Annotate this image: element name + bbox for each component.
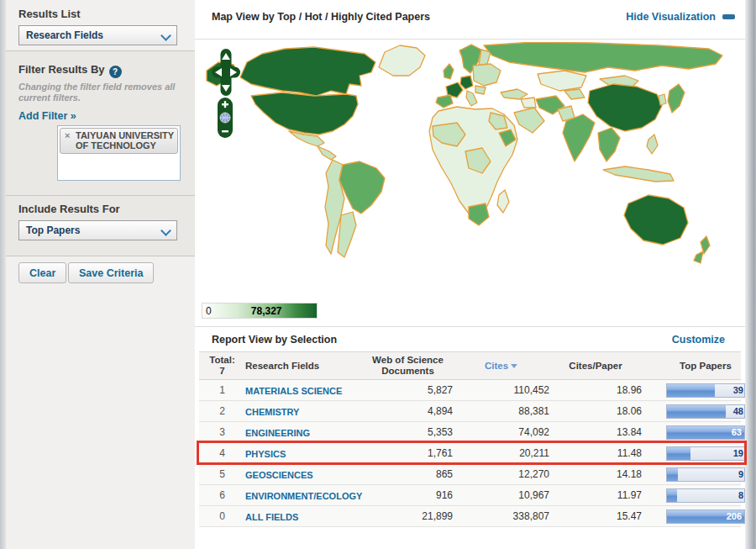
customize-link[interactable]: Customize [672,334,725,346]
table-row: 1 MATERIALS SCIENCE 5,827 110,452 18.96 … [199,380,741,401]
map-region-central-america[interactable] [318,146,336,160]
add-filter-link[interactable]: Add Filter » [18,110,76,122]
choropleth-map[interactable] [205,42,730,294]
clear-button[interactable]: Clear [18,262,66,283]
scrollbar-track[interactable] [745,0,756,549]
top-papers-value: 63 [732,427,742,437]
top-papers-value: 8 [738,490,743,500]
row-wos-documents: 865 [363,468,453,480]
include-results-dropdown[interactable]: Top Papers [18,220,177,240]
row-rank: 3 [199,426,245,438]
map-header: Map View by Top / Hot / Highly Cited Pap… [195,0,745,40]
filter-tag: × TAIYUAN UNIVERSITY OF TECHNOLOGY [60,128,178,154]
help-icon[interactable]: ? [109,66,122,78]
table-row: 2 CHEMISTRY 4,894 88,381 18.06 48 [199,401,741,422]
research-field-link[interactable]: CHEMISTRY [245,407,299,417]
research-field-link[interactable]: ALL FIELDS [245,512,298,522]
include-results-heading: Include Results For [18,203,120,215]
row-wos-documents: 21,899 [363,510,453,522]
legend-min-value: 0 [206,305,212,317]
top-papers-value: 9 [738,469,743,479]
row-cites: 10,967 [453,489,549,501]
research-field-link[interactable]: GEOSCIENCES [245,470,313,480]
row-wos-documents: 5,353 [363,426,453,438]
top-papers-value: 48 [733,406,743,416]
map-region-argentina[interactable] [338,212,356,257]
row-cites-per-paper: 11.97 [549,489,642,501]
results-list-dropdown-value: Research Fields [26,29,103,41]
col-header-cites[interactable]: Cites [453,361,549,372]
map-region-saudi-arabia[interactable] [514,108,544,133]
map-region-central-asia[interactable] [564,89,585,99]
map-region-korea[interactable] [659,94,666,105]
map-region-south-africa[interactable] [469,203,489,225]
include-results-dropdown-value: Top Papers [26,224,80,236]
map-region-philippines[interactable] [647,135,658,154]
research-field-link[interactable]: PHYSICS [245,449,286,459]
filter-tag-label: TAIYUAN UNIVERSITY OF TECHNOLOGY [76,130,174,150]
map-region-india[interactable] [563,114,595,161]
map-region-japan[interactable] [668,84,685,113]
results-list-section: Results List Research Fields [6,0,195,51]
research-field-link[interactable]: ENVIRONMENT/ECOLOGY [245,491,344,501]
map-color-legend: 0 78,327 [202,303,318,319]
map-region-usa[interactable] [251,92,358,135]
table-row: 6 ENVIRONMENT/ECOLOGY 916 10,967 11.97 8 [199,485,741,506]
remove-filter-icon[interactable]: × [65,130,70,140]
table-row: 3 ENGINEERING 5,353 74,092 13.84 63 [199,422,741,443]
row-cites-per-paper: 13.84 [549,426,642,438]
table-row: 4 PHYSICS 1,761 20,211 11.48 19 [199,443,741,464]
chevron-down-icon [162,226,171,235]
esi-app-window: Results List Research Fields Filter Resu… [0,0,756,549]
map-region-indonesia[interactable] [603,166,674,182]
map-region-china[interactable] [588,84,662,131]
map-region-italy[interactable] [466,91,477,106]
research-field-link[interactable]: ENGINEERING [245,428,310,438]
map-region-germany[interactable] [460,76,473,89]
row-wos-documents: 1,761 [363,447,453,459]
map-region-eastern-europe[interactable] [473,64,501,86]
top-papers-bar: 8 [666,488,745,503]
top-papers-bar-fill [667,405,726,418]
row-cites: 12,270 [453,468,549,480]
save-criteria-button[interactable]: Save Criteria [68,262,154,283]
top-papers-bar: 9 [666,467,745,482]
results-list-dropdown[interactable]: Research Fields [18,25,177,45]
map-region-kazakhstan[interactable] [538,71,586,91]
map-region-iraq-syria[interactable] [521,98,536,108]
table-row: 0 ALL FIELDS 21,899 338,807 15.47 206 [199,506,741,527]
sort-desc-icon [511,364,517,368]
report-view-title: Report View by Selection [212,334,337,346]
row-rank: 4 [199,447,245,459]
main-panel: Map View by Top / Hot / Highly Cited Pap… [195,0,745,549]
total-count: Total: 7 [199,355,245,377]
top-papers-value: 206 [727,511,742,521]
research-field-link[interactable]: MATERIALS SCIENCE [245,386,342,396]
results-list-heading: Results List [18,8,81,20]
top-papers-bar-fill [667,489,677,502]
col-header-research-fields: Research Fields [245,361,363,372]
col-header-top-papers: Top Papers [666,361,745,372]
map-pan-control[interactable] [212,49,240,96]
map-region-uk[interactable] [444,64,454,79]
hide-visualization-link[interactable]: Hide Visualization [626,11,735,23]
map-region-turkey[interactable] [501,89,528,99]
map-region-russia[interactable] [484,42,722,72]
map-region-greenland[interactable] [379,45,425,76]
map-region-brazil[interactable] [339,161,385,214]
row-rank: 6 [199,489,245,501]
map-region-australia[interactable] [624,195,688,245]
sidebar: Results List Research Fields Filter Resu… [0,0,195,549]
map-region-southeast-asia[interactable] [598,128,620,161]
map-region-new-zealand-south[interactable] [694,251,703,263]
map-region-new-zealand-north[interactable] [701,236,710,254]
map-zoom-control[interactable] [217,98,234,138]
row-cites-per-paper: 14.18 [549,468,642,480]
sidebar-edge-strip [0,0,6,549]
map-region-madagascar[interactable] [497,190,509,213]
map-region-canada[interactable] [240,47,375,96]
map-region-spain[interactable] [436,95,453,108]
col-header-cites-per-paper: Cites/Paper [549,361,642,372]
map-region-balkans[interactable] [475,86,486,94]
filter-heading: Filter Results By? [18,63,122,78]
